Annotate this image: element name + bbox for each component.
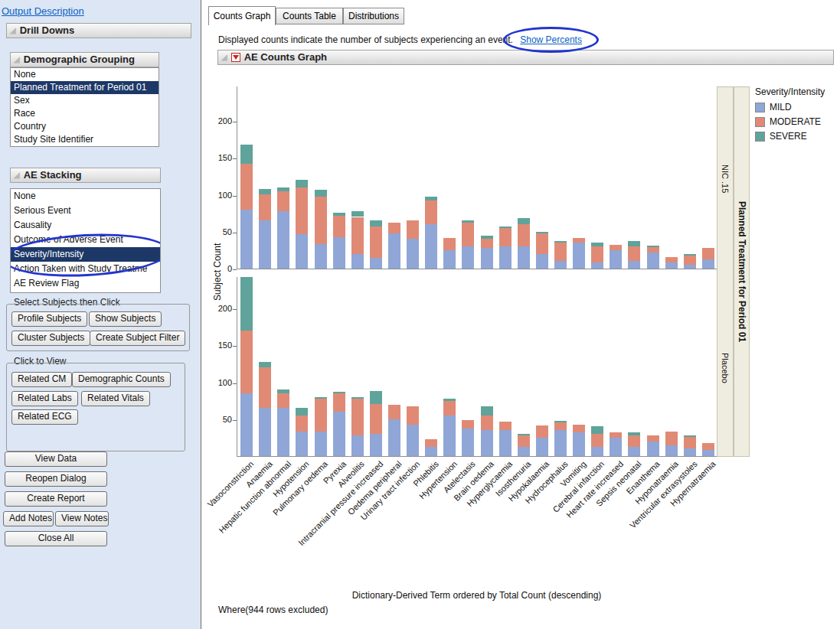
list-item-race[interactable]: Race xyxy=(11,107,159,120)
bar-segment-moderate[interactable] xyxy=(296,416,308,432)
bar-segment-moderate[interactable] xyxy=(684,437,696,448)
list-item-action-taken[interactable]: Action Taken with Study Treatme xyxy=(11,262,160,276)
bar-segment-mild[interactable] xyxy=(333,237,345,269)
bar-segment-severe[interactable] xyxy=(591,426,603,434)
bar-segment-mild[interactable] xyxy=(315,244,327,269)
bar-segment-mild[interactable] xyxy=(665,445,678,456)
bar-segment-mild[interactable] xyxy=(425,224,437,269)
bar-segment-severe[interactable] xyxy=(462,220,474,223)
related-ecg-button[interactable]: Related ECG xyxy=(11,409,78,425)
create-subject-filter-button[interactable]: Create Subject Filter xyxy=(90,331,185,346)
bar-segment-moderate[interactable] xyxy=(370,404,382,434)
bar-segment-mild[interactable] xyxy=(443,250,456,269)
bar-segment-severe[interactable] xyxy=(315,190,327,197)
bar-segment-mild[interactable] xyxy=(240,210,253,269)
stacked-bar[interactable] xyxy=(518,218,530,269)
bar-segment-moderate[interactable] xyxy=(443,401,456,416)
stacked-bar[interactable] xyxy=(573,425,585,456)
stacked-bar[interactable] xyxy=(443,237,456,269)
list-item-serious-event[interactable]: Serious Event xyxy=(11,204,160,218)
bar-segment-severe[interactable] xyxy=(554,241,567,243)
stacked-bar[interactable] xyxy=(333,213,345,269)
bar-segment-moderate[interactable] xyxy=(536,425,548,438)
drill-downs-header[interactable]: ◢Drill Downs xyxy=(6,23,191,38)
bar-segment-mild[interactable] xyxy=(296,234,308,269)
stacked-bar[interactable] xyxy=(481,236,493,269)
bar-segment-moderate[interactable] xyxy=(665,432,678,445)
tab-counts-table[interactable]: Counts Table xyxy=(276,8,343,24)
bar-segment-moderate[interactable] xyxy=(554,422,567,430)
bar-segment-severe[interactable] xyxy=(684,254,696,256)
stacked-bar[interactable] xyxy=(315,191,327,269)
bar-segment-mild[interactable] xyxy=(554,261,567,269)
demographic-counts-button[interactable]: Demographic Counts xyxy=(72,372,171,387)
list-item-sex[interactable]: Sex xyxy=(11,94,159,107)
cluster-subjects-button[interactable]: Cluster Subjects xyxy=(11,331,90,346)
add-notes-button[interactable]: Add Notes xyxy=(3,511,54,526)
stacked-bar[interactable] xyxy=(333,392,345,456)
stacked-bar[interactable] xyxy=(628,432,640,456)
bar-segment-moderate[interactable] xyxy=(628,435,640,447)
stacked-bar[interactable] xyxy=(499,422,512,456)
bar-segment-moderate[interactable] xyxy=(536,233,548,254)
bar-segment-severe[interactable] xyxy=(554,421,567,422)
profile-subjects-button[interactable]: Profile Subjects xyxy=(11,311,87,327)
related-labs-button[interactable]: Related Labs xyxy=(11,391,78,406)
bar-segment-mild[interactable] xyxy=(610,250,622,269)
list-item-none[interactable]: None xyxy=(11,68,159,81)
bar-segment-mild[interactable] xyxy=(518,447,530,456)
bar-segment-moderate[interactable] xyxy=(388,223,400,233)
bar-segment-moderate[interactable] xyxy=(702,443,714,450)
output-description-link[interactable]: Output Description xyxy=(2,5,84,17)
bar-segment-mild[interactable] xyxy=(684,448,696,456)
bar-segment-severe[interactable] xyxy=(628,432,640,435)
bar-segment-mild[interactable] xyxy=(259,220,271,269)
bar-segment-mild[interactable] xyxy=(610,438,622,456)
bar-segment-severe[interactable] xyxy=(684,435,696,437)
bar-segment-severe[interactable] xyxy=(370,220,382,227)
list-item-severity-intensity[interactable]: Severity/Intensity xyxy=(11,247,160,262)
bar-segment-moderate[interactable] xyxy=(407,220,419,239)
bar-segment-severe[interactable] xyxy=(518,218,530,224)
bar-segment-moderate[interactable] xyxy=(647,247,659,253)
bar-segment-severe[interactable] xyxy=(315,397,327,399)
bar-segment-mild[interactable] xyxy=(240,393,253,456)
stacked-bar[interactable] xyxy=(277,389,289,456)
bar-segment-mild[interactable] xyxy=(536,438,548,456)
bar-segment-mild[interactable] xyxy=(499,430,512,456)
stacked-bar[interactable] xyxy=(425,440,437,456)
stacked-bar[interactable] xyxy=(259,362,271,456)
stacked-bar[interactable] xyxy=(591,426,603,456)
bar-segment-moderate[interactable] xyxy=(333,393,345,412)
bar-segment-mild[interactable] xyxy=(296,432,308,456)
bar-segment-moderate[interactable] xyxy=(499,228,512,246)
bar-segment-moderate[interactable] xyxy=(481,416,493,430)
bar-segment-moderate[interactable] xyxy=(351,217,364,254)
bar-segment-mild[interactable] xyxy=(370,434,382,456)
bar-segment-moderate[interactable] xyxy=(296,187,308,234)
stacked-bar[interactable] xyxy=(351,212,364,269)
bar-segment-moderate[interactable] xyxy=(370,227,382,258)
bar-segment-moderate[interactable] xyxy=(702,248,714,259)
list-item-country[interactable]: Country xyxy=(11,120,159,133)
bar-segment-mild[interactable] xyxy=(536,254,548,269)
stacked-bar[interactable] xyxy=(407,406,419,456)
bar-segment-severe[interactable] xyxy=(499,227,512,228)
bar-segment-mild[interactable] xyxy=(425,447,437,456)
stacked-bar[interactable] xyxy=(610,432,622,456)
list-item-none[interactable]: None xyxy=(11,189,160,204)
bar-segment-severe[interactable] xyxy=(277,187,289,191)
bar-segment-mild[interactable] xyxy=(277,408,289,456)
bar-segment-mild[interactable] xyxy=(554,430,567,456)
bar-segment-severe[interactable] xyxy=(351,211,364,217)
stacked-bar[interactable] xyxy=(647,246,659,269)
reopen-dialog-button[interactable]: Reopen Dialog xyxy=(5,471,107,487)
bar-segment-moderate[interactable] xyxy=(684,255,696,265)
stacked-bar[interactable] xyxy=(277,187,289,269)
legend-item-severe[interactable]: SEVERE xyxy=(755,131,825,142)
bar-segment-mild[interactable] xyxy=(499,246,512,269)
bar-segment-severe[interactable] xyxy=(351,397,364,399)
list-item-causality[interactable]: Causality xyxy=(11,218,160,233)
stacked-bar[interactable] xyxy=(481,406,493,456)
stacked-bar[interactable] xyxy=(240,277,253,456)
